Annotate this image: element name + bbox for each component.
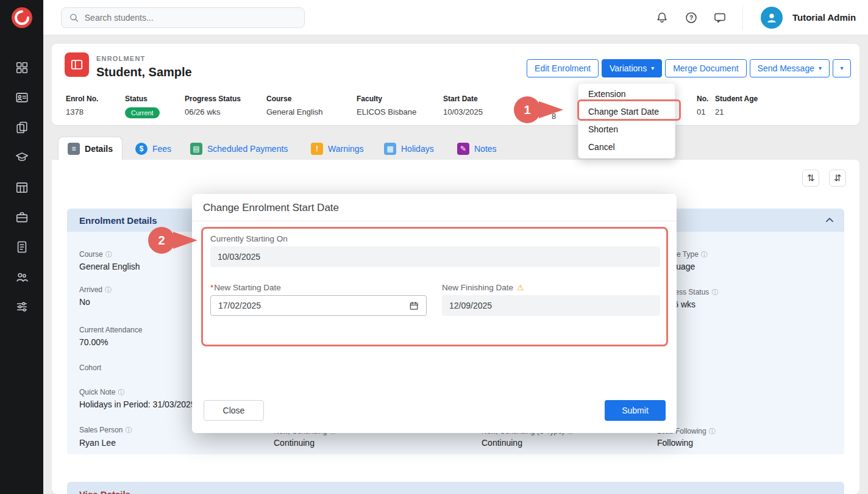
scheduled-payments-icon: ▤ — [190, 143, 202, 155]
warnings-icon: ! — [311, 143, 323, 155]
help-button[interactable]: ? — [684, 10, 699, 25]
id-card-icon — [15, 91, 29, 104]
submit-button[interactable]: Submit — [605, 400, 666, 421]
notifications-button[interactable] — [655, 10, 669, 25]
chat-button[interactable] — [713, 10, 727, 25]
field-value-new-continuing-stype: Continuing — [482, 438, 522, 448]
app-logo[interactable] — [0, 0, 43, 35]
tab-fees[interactable]: $ Fees — [135, 141, 171, 156]
visa-section-title: Visa Details — [79, 489, 130, 494]
sliders-icon — [15, 300, 29, 313]
edit-enrolment-button[interactable]: Edit Enrolment — [527, 59, 599, 77]
collapse-all-button[interactable]: ⇵ — [829, 170, 846, 187]
enrolment-icon — [65, 52, 89, 77]
field-label-current-attendance: Current Attendance — [79, 326, 142, 334]
field-course: Course General English — [266, 95, 323, 116]
annotation-arrow-1 — [539, 101, 563, 118]
header-actions: Edit Enrolment Variations▾ Merge Documen… — [527, 59, 851, 77]
details-icon: ≡ — [68, 143, 80, 155]
sidebar-item-dashboard[interactable] — [0, 52, 43, 82]
tab-notes[interactable]: ✎ Notes — [457, 141, 497, 156]
info-icon: ⓘ — [105, 251, 112, 258]
info-icon: ⓘ — [105, 286, 112, 293]
annotation-highlight-2 — [201, 227, 668, 346]
notes-icon: ✎ — [457, 143, 469, 155]
graduation-cap-icon — [15, 151, 29, 164]
help-icon: ? — [685, 11, 698, 24]
send-message-button[interactable]: Send Message▾ — [750, 59, 830, 77]
avatar[interactable] — [761, 7, 783, 29]
dashboard-icon — [15, 61, 29, 74]
sidebar-item-community[interactable] — [0, 262, 43, 292]
sidebar-item-agents[interactable] — [0, 202, 43, 232]
sort-expand-icon: ⇅ — [807, 173, 815, 184]
variations-menu: Extension Change Start Date Shorten Canc… — [578, 83, 675, 159]
user-icon — [765, 11, 778, 24]
info-icon: ⓘ — [125, 426, 132, 434]
info-icon: ⓘ — [711, 288, 718, 296]
variations-button[interactable]: Variations▾ — [602, 59, 662, 77]
table-icon — [15, 181, 29, 194]
sidebar-item-finance[interactable] — [0, 232, 43, 262]
collapse-section-button[interactable] — [823, 213, 836, 227]
field-value-quick-note: Holidays in Period: 31/03/2025 — [79, 399, 196, 409]
page-title: Student, Sample — [96, 65, 192, 79]
caret-down-icon: ▾ — [651, 65, 654, 71]
field-label-sales-person: Sales Personⓘ — [79, 426, 132, 435]
holidays-icon: ▦ — [384, 143, 396, 155]
merge-document-button[interactable]: Merge Document — [665, 59, 746, 77]
visa-details-header[interactable]: Visa Details — [67, 482, 844, 494]
info-icon: ⓘ — [701, 251, 708, 258]
field-start-date: Start Date 10/03/2025 — [443, 95, 483, 116]
sidebar-item-timetables[interactable] — [0, 172, 43, 202]
topbar-divider — [742, 5, 743, 30]
user-name: Tutorial Admin — [792, 12, 856, 23]
field-value-sales-person: Ryan Lee — [79, 438, 116, 448]
section-title: Enrolment Details — [79, 215, 157, 226]
search-box[interactable] — [61, 7, 305, 28]
panel-icon — [70, 58, 84, 71]
field-label-arrived: Arrivedⓘ — [79, 285, 112, 295]
field-no-fragment: No. 01 — [697, 95, 708, 116]
field-value-course: General English — [79, 262, 140, 271]
sidebar — [0, 0, 43, 494]
modal-title: Change Enrolment Start Date — [203, 202, 339, 214]
field-label-course: Courseⓘ — [79, 250, 112, 259]
sidebar-item-courses[interactable] — [0, 142, 43, 172]
field-label-cohort: Cohort — [79, 363, 101, 372]
briefcase-icon — [15, 210, 29, 224]
tab-scheduled-payments[interactable]: ▤ Scheduled Payments — [190, 141, 288, 156]
close-button[interactable]: Close — [204, 400, 264, 421]
sidebar-item-settings[interactable] — [0, 292, 43, 321]
caret-down-icon: ▾ — [840, 65, 843, 71]
tab-holidays[interactable]: ▦ Holidays — [384, 141, 434, 156]
chevron-up-icon — [824, 214, 836, 226]
more-actions-button[interactable]: ▾ — [833, 59, 851, 77]
search-icon — [69, 12, 79, 23]
menu-item-cancel[interactable]: Cancel — [578, 138, 675, 156]
caret-down-icon: ▾ — [819, 65, 822, 71]
annotation-step-1: 1 — [514, 96, 541, 123]
field-status: Status Current — [125, 95, 160, 118]
tab-details[interactable]: ≡ Details — [58, 137, 123, 160]
invoice-icon — [15, 240, 29, 254]
record-type-label: ENROLMENT — [96, 55, 145, 62]
field-value-arrived: No — [79, 297, 90, 307]
fees-icon: $ — [135, 143, 148, 155]
expand-all-button[interactable]: ⇅ — [802, 170, 819, 187]
field-value-new-continuing: Continuing — [274, 438, 315, 448]
field-student-age: Student Age 21 — [715, 95, 758, 116]
sidebar-item-students[interactable] — [0, 82, 43, 112]
svg-text:?: ? — [689, 15, 693, 21]
tab-warnings[interactable]: ! Warnings — [311, 141, 364, 156]
sidebar-item-enrolments[interactable] — [0, 112, 43, 142]
chat-icon — [713, 11, 727, 24]
annotation-highlight-1 — [577, 99, 681, 121]
field-faculty: Faculty ELICOS Bisbane — [357, 95, 416, 116]
logo-icon — [10, 6, 34, 29]
menu-item-shorten[interactable]: Shorten — [578, 121, 675, 138]
info-icon: ⓘ — [709, 428, 716, 435]
search-input[interactable] — [85, 13, 297, 23]
field-value-current-attendance: 70.00% — [79, 337, 108, 347]
field-value-lead-following: Following — [657, 438, 693, 448]
